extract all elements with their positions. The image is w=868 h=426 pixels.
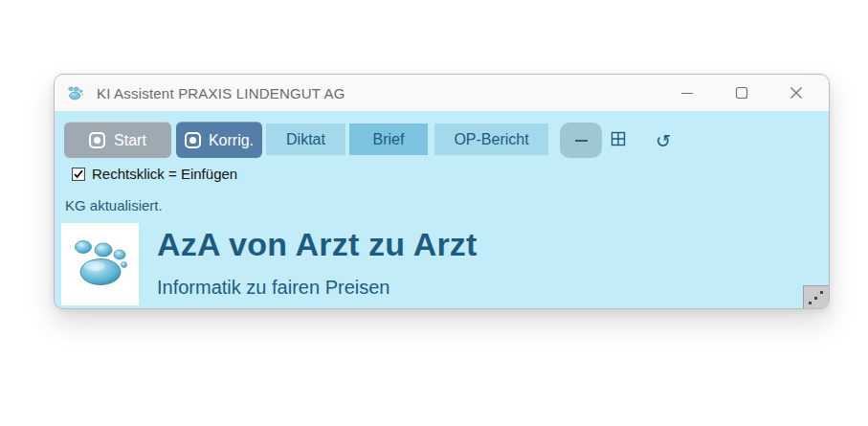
record-icon [185, 132, 201, 148]
titlebar[interactable]: KI Assistent PRAXIS LINDENGUT AG [55, 75, 829, 111]
korrig-button[interactable]: Korrig. [176, 122, 262, 158]
start-button[interactable]: Start [64, 122, 171, 158]
app-window: KI Assistent PRAXIS LINDENGUT AG Start K… [54, 74, 830, 309]
rightclick-checkbox[interactable] [72, 168, 85, 181]
window-controls [665, 75, 829, 111]
aza-logo [61, 223, 139, 305]
grid-button[interactable] [605, 127, 632, 154]
maximize-button[interactable] [720, 75, 764, 111]
diktat-button[interactable]: Diktat [266, 123, 345, 155]
window-title: KI Assistent PRAXIS LINDENGUT AG [97, 85, 345, 101]
minus-button[interactable] [560, 123, 602, 158]
brief-button-label: Brief [373, 131, 405, 148]
app-logo-icon [67, 85, 86, 101]
diktat-button-label: Diktat [286, 131, 325, 148]
brief-button[interactable]: Brief [349, 123, 428, 155]
window-content: Start Korrig. Diktat Brief OP-Bericht [55, 111, 829, 308]
minimize-button[interactable] [665, 75, 709, 111]
undo-rotate-button[interactable]: ↺ [650, 127, 677, 154]
record-icon [89, 132, 105, 148]
rightclick-option-row: Rechtsklick = Einfügen [72, 166, 237, 182]
brand-tagline: Informatik zu fairen Preisen [157, 277, 389, 299]
minus-icon [575, 140, 588, 142]
korrig-button-label: Korrig. [209, 132, 254, 149]
start-button-label: Start [114, 132, 146, 149]
undo-rotate-icon: ↺ [656, 132, 671, 150]
brand-headline: AzA von Arzt zu Arzt [157, 226, 478, 263]
op-bericht-button[interactable]: OP-Bericht [434, 123, 548, 155]
grid-icon [611, 131, 626, 150]
rightclick-checkbox-label: Rechtsklick = Einfügen [92, 166, 237, 182]
status-message: KG aktualisiert. [65, 197, 163, 213]
op-bericht-button-label: OP-Bericht [454, 131, 528, 148]
resize-grip[interactable] [803, 285, 829, 308]
close-button[interactable] [774, 75, 818, 111]
